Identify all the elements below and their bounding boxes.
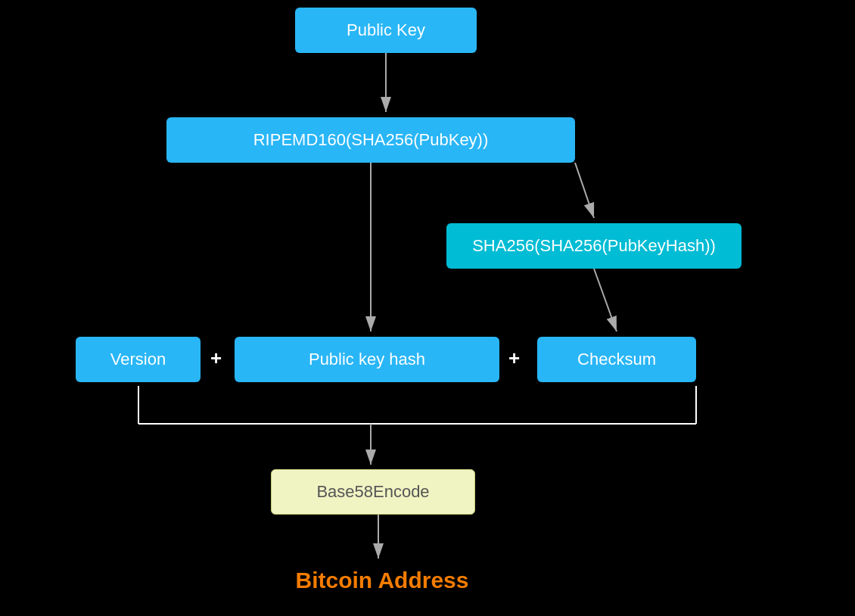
checksum-node: Checksum: [537, 337, 696, 382]
bitcoin-address-label: Bitcoin Address: [250, 568, 515, 593]
arrows-svg: [0, 0, 855, 616]
ripemd-label: RIPEMD160(SHA256(PubKey)): [253, 130, 489, 150]
version-label: Version: [110, 350, 166, 369]
arrow-sha256-checksum: [594, 269, 617, 331]
version-node: Version: [76, 337, 201, 382]
base58-node: Base58Encode: [271, 469, 475, 515]
plus-sign-2: +: [508, 347, 520, 370]
public-key-node: Public Key: [295, 8, 477, 53]
plus-sign-1: +: [210, 347, 222, 370]
pub-key-hash-node: Public key hash: [235, 337, 499, 382]
pub-key-hash-label: Public key hash: [309, 350, 425, 369]
base58-label: Base58Encode: [316, 482, 429, 502]
checksum-label: Checksum: [577, 350, 656, 369]
sha256-node: SHA256(SHA256(PubKeyHash)): [446, 223, 742, 269]
ripemd-node: RIPEMD160(SHA256(PubKey)): [166, 117, 575, 163]
sha256-label: SHA256(SHA256(PubKeyHash)): [472, 236, 716, 256]
arrow-ripemd-sha256: [575, 163, 594, 218]
diagram: Public Key RIPEMD160(SHA256(PubKey)) SHA…: [0, 0, 855, 616]
public-key-label: Public Key: [347, 20, 425, 40]
